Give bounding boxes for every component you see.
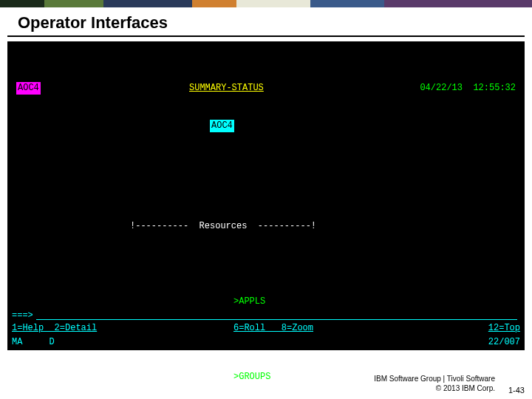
fkeys-center: 6=Roll 8=Zoom xyxy=(233,322,313,335)
screen-name: SUMMARY-STATUS xyxy=(189,82,264,95)
status-left: MA D xyxy=(12,336,55,349)
footer-line1: IBM Software Group | Tivoli Software xyxy=(374,375,495,383)
menu-groups[interactable]: >GROUPS xyxy=(233,371,270,383)
terminal-screen: AOC4 SUMMARY-STATUS 04/22/13 12:55:32 AO… xyxy=(7,41,525,350)
fkeys-left: 1=Help 2=Detail xyxy=(12,322,97,335)
command-input[interactable] xyxy=(36,310,517,320)
system-id: AOC4 xyxy=(16,82,41,95)
timestamp: 04/22/13 12:55:32 xyxy=(420,82,516,95)
slide-footer: IBM Software Group | Tivoli Software © 2… xyxy=(374,374,495,393)
status-cursor: 22/007 xyxy=(488,336,520,349)
page-number: 1-43 xyxy=(508,386,525,395)
fkeys-right: 12=Top xyxy=(488,322,520,335)
slide-title: Operator Interfaces xyxy=(7,7,525,37)
resources-divider: !---------- Resources ----------! xyxy=(130,220,316,233)
menu-appls[interactable]: >APPLS xyxy=(233,296,265,308)
decorative-top-strip xyxy=(0,0,532,7)
footer-line2: © 2013 IBM Corp. xyxy=(374,383,495,393)
command-prompt: ===> xyxy=(12,310,33,322)
subsystem-id: AOC4 xyxy=(210,120,234,132)
